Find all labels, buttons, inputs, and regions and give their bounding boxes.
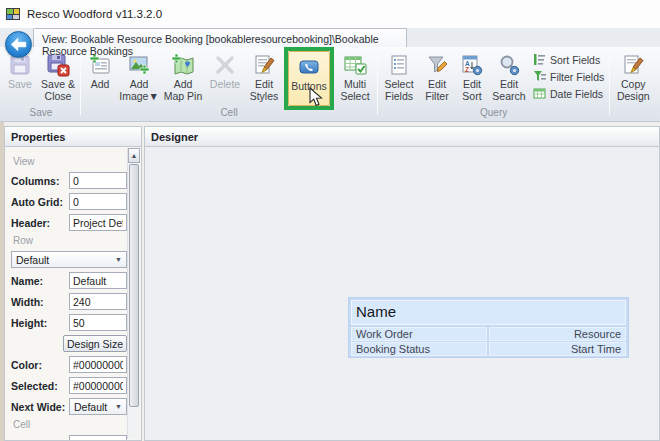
card-cell-resource[interactable]: Resource	[489, 327, 626, 341]
field-row-color: Color:	[11, 356, 127, 373]
field-row-left: Left:	[11, 435, 127, 440]
ribbon-group-separator	[80, 49, 81, 115]
delete-icon	[213, 52, 237, 78]
card-cell-work-order[interactable]: Work Order	[351, 327, 487, 341]
properties-scrollbar[interactable]: ▲	[127, 148, 140, 439]
next-wide-label: Next Wide:	[11, 401, 69, 413]
field-row-columns: Columns:	[11, 172, 127, 189]
field-row-next-wide: Next Wide: Default ▼	[11, 398, 127, 415]
selected-input[interactable]	[69, 377, 127, 394]
chevron-down-icon: ▼	[115, 256, 122, 263]
auto-grid-label: Auto Grid:	[11, 196, 69, 208]
field-row-width: Width:	[11, 293, 127, 310]
scroll-up-icon[interactable]: ▲	[128, 148, 140, 163]
sort-fields-button[interactable]: Sort Fields	[529, 51, 608, 68]
date-fields-label: Date Fields	[550, 88, 603, 100]
card-row: Work Order Resource	[351, 327, 626, 341]
field-row-header: Header:	[11, 214, 127, 231]
field-buttons-stack: Sort Fields Filter Fields	[529, 49, 608, 102]
title-bar: Resco Woodford v11.3.2.0	[0, 0, 660, 28]
field-row-name: Name:	[11, 272, 127, 289]
section-label-view: View	[13, 156, 127, 168]
section-label-cell: Cell	[13, 419, 127, 431]
window-title: Resco Woodford v11.3.2.0	[27, 8, 162, 20]
add-map-pin-icon	[171, 52, 195, 78]
date-fields-icon	[533, 87, 546, 100]
app-window: Resco Woodford v11.3.2.0 View: Bookable …	[0, 0, 660, 441]
header-input[interactable]	[69, 214, 127, 231]
width-label: Width:	[11, 296, 69, 308]
width-input[interactable]	[69, 293, 127, 310]
add-label: Add	[91, 78, 110, 103]
left-input[interactable]	[69, 435, 127, 440]
card-cell-booking-status[interactable]: Booking Status	[351, 342, 487, 356]
delete-button[interactable]: Delete	[206, 49, 244, 104]
edit-styles-icon	[252, 52, 276, 78]
edit-search-label: Edit Search	[492, 78, 525, 103]
add-map-pin-button[interactable]: Add Map Pin	[160, 49, 206, 104]
next-wide-combo[interactable]: Default ▼	[69, 398, 127, 415]
date-fields-button[interactable]: Date Fields	[529, 85, 608, 102]
filter-fields-button[interactable]: Filter Fields	[529, 68, 608, 85]
color-input[interactable]	[69, 356, 127, 373]
card-row: Booking Status Start Time	[351, 342, 626, 356]
card-cell-name[interactable]: Name	[351, 300, 626, 325]
filter-fields-icon	[533, 70, 546, 83]
select-fields-label: Select Fields	[384, 78, 413, 103]
select-fields-icon	[387, 52, 411, 78]
multi-select-label: Multi Select	[340, 78, 369, 103]
color-label: Color:	[11, 359, 69, 371]
name-input[interactable]	[69, 272, 127, 289]
edit-sort-icon: A Z	[460, 52, 484, 78]
row-style-combo[interactable]: Default ▼	[11, 251, 127, 268]
designer-panel-title: Designer	[145, 127, 659, 147]
properties-form: View Columns: Auto Grid: Header: Row Def…	[5, 148, 127, 440]
chevron-down-icon: ▼	[115, 403, 122, 410]
auto-grid-input[interactable]	[69, 193, 127, 210]
app-icon	[6, 7, 21, 21]
back-button[interactable]	[5, 31, 32, 58]
edit-filter-label: Edit Filter	[425, 78, 448, 103]
multi-select-button[interactable]: Multi Select	[334, 49, 376, 104]
ribbon-group-cell: Add Add Image▼	[82, 47, 376, 121]
ribbon-group-design: Copy Design	[611, 47, 655, 121]
scrollbar-thumb[interactable]	[129, 164, 139, 407]
card-cell-start-time[interactable]: Start Time	[489, 342, 626, 356]
edit-sort-button[interactable]: A Z Edit Sort	[455, 49, 489, 104]
name-label: Name:	[11, 275, 69, 287]
next-wide-value: Default	[74, 401, 107, 413]
copy-design-icon	[621, 52, 645, 78]
field-row-selected: Selected:	[11, 377, 127, 394]
edit-styles-button[interactable]: Edit Styles	[244, 49, 284, 104]
multi-select-icon	[343, 52, 367, 78]
field-row-auto-grid: Auto Grid:	[11, 193, 127, 210]
sort-fields-label: Sort Fields	[550, 54, 600, 66]
back-icon	[10, 38, 27, 51]
designer-panel: Designer Name Work Order Resource Bookin…	[144, 126, 660, 441]
filter-fields-label: Filter Fields	[550, 71, 604, 83]
designer-canvas[interactable]: Name Work Order Resource Booking Status …	[145, 148, 659, 440]
ribbon-group-query-label: Query	[379, 107, 608, 119]
add-image-button[interactable]: Add Image▼	[118, 49, 160, 104]
row-design-card[interactable]: Name Work Order Resource Booking Status …	[348, 297, 629, 358]
tab-view-bookings[interactable]: View: Bookable Resource Booking [bookabl…	[33, 28, 407, 47]
properties-panel-title: Properties	[5, 127, 141, 147]
add-button[interactable]: Add	[82, 49, 118, 104]
columns-label: Columns:	[11, 175, 69, 187]
add-map-pin-label: Add Map Pin	[164, 78, 203, 103]
design-size-button[interactable]: Design Size	[63, 335, 127, 352]
copy-design-button[interactable]: Copy Design	[611, 49, 655, 104]
header-label: Header:	[11, 217, 69, 229]
columns-input[interactable]	[69, 172, 127, 189]
save-close-button[interactable]: Save & Close	[37, 49, 79, 104]
field-row-height: Height:	[11, 314, 127, 331]
edit-sort-label: Edit Sort	[462, 78, 481, 103]
select-fields-button[interactable]: Select Fields	[379, 49, 419, 104]
edit-filter-button[interactable]: Edit Filter	[419, 49, 455, 104]
save-label: Save	[8, 78, 32, 103]
height-input[interactable]	[69, 314, 127, 331]
svg-text:Z: Z	[465, 66, 469, 73]
edit-search-button[interactable]: Edit Search	[489, 49, 529, 104]
ribbon: Save Save & Close	[0, 47, 660, 122]
edit-styles-label: Edit Styles	[250, 78, 279, 103]
